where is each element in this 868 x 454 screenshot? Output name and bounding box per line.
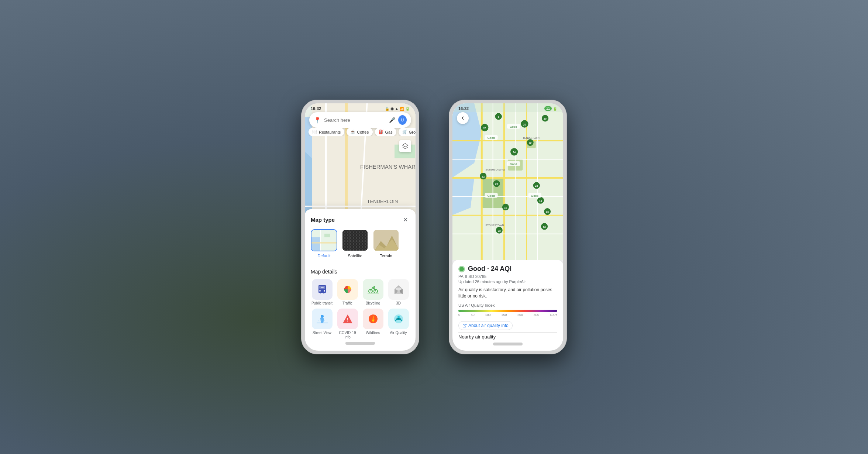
detail-3d[interactable]: 3D — [387, 279, 410, 306]
svg-text:TENDERLOIN: TENDERLOIN — [367, 199, 398, 204]
detail-bicycling[interactable]: Bicycling — [362, 279, 384, 306]
chip-gas[interactable]: ⛽ Gas — [375, 128, 396, 136]
svg-text:22: 22 — [495, 183, 498, 185]
svg-text:24: 24 — [513, 151, 516, 154]
svg-text:26: 26 — [543, 226, 546, 228]
user-avatar[interactable]: U — [398, 115, 407, 125]
maps-pin-icon: 📍 — [314, 117, 321, 124]
map-svg-2: Sunset District TENDERLOIN STONESTOWN 6 … — [452, 103, 563, 260]
aqi-header: Good · 24 AQI — [458, 265, 557, 273]
aqi-updated: Updated 26 minutes ago by PurpleAir — [458, 279, 557, 284]
time-2: 16:32 — [458, 106, 469, 111]
aqi-bar-container: 0 50 100 150 200 300 400+ — [458, 310, 557, 317]
status-bar-2: 16:32 11 🔋 — [452, 103, 563, 112]
detail-wildfires[interactable]: Wildfires — [362, 309, 384, 340]
svg-text:STONESTOWN: STONESTOWN — [485, 224, 504, 227]
svg-text:23: 23 — [535, 185, 538, 187]
detail-streetview[interactable]: Street View — [311, 309, 333, 340]
status-icons-1: 🔒 ◉ ▲ 📶 🔋 — [385, 107, 410, 111]
terrain-label: Terrain — [380, 254, 392, 258]
transit-label: Public transit — [311, 301, 333, 306]
streetview-label: Street View — [313, 331, 331, 335]
svg-text:25: 25 — [544, 117, 547, 120]
svg-point-31 — [319, 290, 321, 292]
svg-rect-20 — [324, 234, 330, 237]
aqi-label-50: 50 — [471, 313, 475, 317]
airquality-label: Air Quality — [390, 331, 407, 335]
svg-text:!: ! — [347, 317, 348, 323]
aqi-indicator — [458, 266, 465, 272]
chip-grocer-label: Grocer — [409, 130, 416, 134]
map-2: Sunset District TENDERLOIN STONESTOWN 6 … — [452, 103, 563, 260]
aqi-bar — [458, 310, 557, 312]
aqi-label-200: 200 — [517, 313, 523, 317]
covid-label: COVID-19 Info — [336, 331, 359, 340]
category-chips: 🍽️ Restaurants ☕ Coffee ⛽ Gas 🛒 Grocer — [309, 128, 416, 136]
detail-airquality[interactable]: Air Quality — [387, 309, 410, 340]
phone-1: 16:32 🔒 ◉ ▲ 📶 🔋 — [301, 100, 419, 354]
svg-rect-33 — [320, 292, 321, 293]
location-icon: ◉ — [390, 107, 394, 111]
map-details-grid: Public transit — [311, 279, 410, 340]
svg-line-113 — [464, 324, 466, 326]
map-type-options: Default — [311, 229, 410, 258]
layers-button[interactable] — [399, 140, 411, 152]
map-type-terrain[interactable]: Terrain — [373, 229, 399, 258]
airquality-icon-wrap — [388, 309, 409, 329]
svg-point-55 — [397, 316, 400, 318]
svg-text:TENDERLOIN: TENDERLOIN — [523, 137, 540, 139]
chip-grocer[interactable]: 🛒 Grocer — [399, 128, 416, 136]
satellite-label: Satellite — [348, 254, 362, 258]
phone-2: 16:32 11 🔋 — [449, 100, 567, 354]
time-1: 16:32 — [311, 106, 321, 111]
chip-restaurants[interactable]: 🍽️ Restaurants — [309, 128, 344, 136]
detail-covid[interactable]: ! COVID-19 Info — [336, 309, 359, 340]
map-type-default[interactable]: Default — [311, 229, 337, 258]
close-button[interactable]: ✕ — [401, 215, 410, 224]
phone-2-inner: 16:32 11 🔋 — [452, 103, 563, 351]
external-link-icon — [462, 323, 467, 328]
covid-icon-wrap: ! — [337, 309, 358, 329]
nearby-air-quality-label: Nearby air quality — [458, 332, 557, 340]
map-type-satellite[interactable]: Satellite — [342, 229, 368, 258]
mic-icon[interactable]: 🎤 — [389, 117, 395, 123]
default-thumb — [311, 229, 337, 251]
streetview-icon-wrap — [312, 309, 333, 329]
chip-restaurants-label: Restaurants — [319, 130, 341, 134]
aqi-bar-labels: 0 50 100 150 200 300 400+ — [458, 313, 557, 317]
svg-text:22: 22 — [529, 142, 532, 144]
3d-label: 3D — [396, 301, 401, 306]
satellite-thumb — [342, 229, 368, 251]
detail-transit[interactable]: Public transit — [311, 279, 333, 306]
battery-icon: 🔋 — [405, 107, 410, 111]
svg-point-48 — [321, 315, 324, 318]
svg-text:10: 10 — [504, 206, 507, 209]
divider-1 — [311, 264, 410, 264]
home-indicator-2 — [493, 343, 523, 345]
svg-rect-34 — [323, 292, 324, 293]
svg-text:23: 23 — [498, 230, 501, 232]
search-input[interactable] — [324, 117, 386, 123]
aqi-title: Good · 24 AQI — [468, 265, 512, 273]
svg-point-32 — [324, 290, 325, 292]
traffic-icon-wrap — [337, 279, 358, 300]
aqi-count-badge: 11 — [544, 106, 552, 111]
map-type-title: Map type — [311, 217, 335, 223]
chip-coffee[interactable]: ☕ Coffee — [347, 128, 372, 136]
status-icons-2: 11 🔋 — [544, 106, 557, 111]
aqi-label-100: 100 — [485, 313, 491, 317]
svg-text:Good: Good — [510, 125, 517, 128]
svg-text:Good: Good — [510, 162, 517, 166]
battery-icon-2: 🔋 — [553, 107, 557, 111]
svg-rect-35 — [321, 287, 324, 288]
back-button[interactable] — [457, 112, 469, 124]
aqi-label-400: 400+ — [550, 313, 557, 317]
wildfire-icon-wrap — [363, 309, 383, 329]
svg-marker-15 — [403, 144, 408, 147]
3d-icon-wrap — [388, 279, 409, 300]
detail-traffic[interactable]: Traffic — [336, 279, 359, 306]
svg-text:20: 20 — [523, 123, 526, 126]
about-air-quality-link[interactable]: About air quality info — [458, 321, 513, 330]
transit-icon-wrap — [312, 279, 333, 300]
search-bar[interactable]: 📍 🎤 U — [309, 112, 411, 128]
